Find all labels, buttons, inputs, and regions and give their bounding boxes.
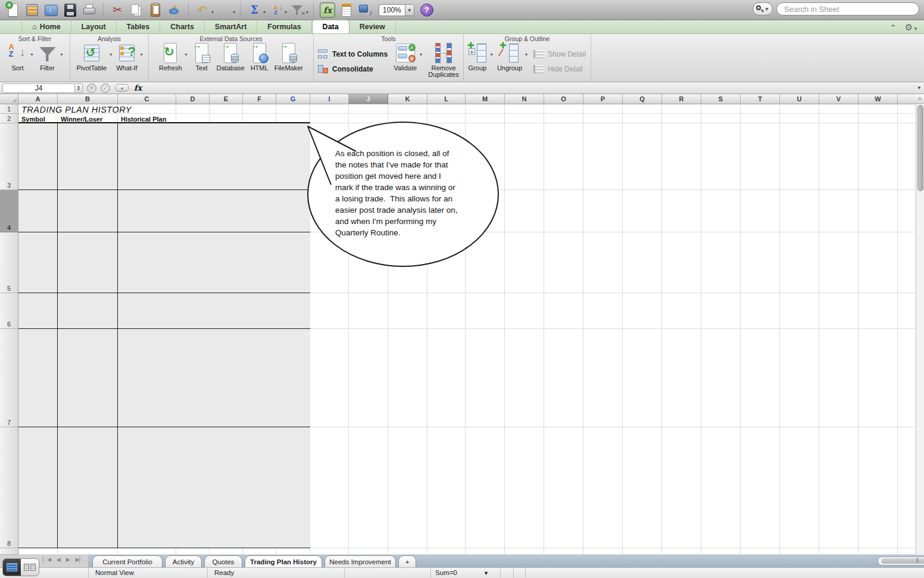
search-input[interactable]: [776, 2, 919, 15]
table-cell[interactable]: [118, 293, 310, 329]
row-header-3[interactable]: 3: [0, 123, 18, 190]
dropdown-caret-icon[interactable]: ▾: [420, 52, 422, 57]
autosum-icon[interactable]: Σ: [246, 2, 262, 18]
filter-icon[interactable]: =: [289, 2, 305, 18]
remove-duplicates-button[interactable]: →Remove Duplicates: [426, 42, 461, 78]
cut-icon[interactable]: ✂: [110, 2, 125, 18]
table-cell[interactable]: [18, 190, 58, 232]
dropdown-caret-icon[interactable]: ▾: [525, 52, 527, 57]
column-header-E[interactable]: E: [210, 94, 243, 104]
sheet-tab-quotes[interactable]: Quotes: [204, 555, 242, 567]
text-to-columns-button[interactable]: Text to Columns: [317, 49, 388, 60]
dropdown-caret-icon[interactable]: ▾: [233, 10, 235, 15]
column-header-S[interactable]: S: [701, 94, 741, 104]
pivottable-button[interactable]: ↺▾PivotTable: [76, 42, 107, 72]
column-header-I[interactable]: I: [310, 94, 349, 104]
table-cell[interactable]: [58, 293, 118, 329]
column-header-J[interactable]: J: [349, 94, 388, 104]
last-sheet-icon[interactable]: ▶▏: [76, 557, 84, 563]
column-header-L[interactable]: L: [427, 94, 466, 104]
column-header-partial[interactable]: [898, 94, 916, 104]
sum-indicator[interactable]: Sum=0: [435, 569, 457, 576]
gear-icon[interactable]: ⚙▼: [905, 22, 918, 33]
row-header-partial[interactable]: [0, 548, 18, 555]
table-cell[interactable]: [58, 427, 118, 548]
tab-review[interactable]: Review: [349, 20, 396, 33]
tab-layout[interactable]: Layout: [71, 20, 117, 33]
sum-menu-caret-icon[interactable]: ▼: [483, 570, 489, 576]
open-gallery-icon[interactable]: [24, 2, 40, 18]
search-menu-button[interactable]: ▼: [753, 2, 773, 15]
database-button[interactable]: →Database: [217, 42, 245, 72]
column-header-U[interactable]: U: [780, 94, 819, 104]
formula-bar-toggle-icon[interactable]: [339, 2, 354, 18]
name-box-stepper[interactable]: ▲▼: [75, 83, 83, 93]
dropdown-caret-icon[interactable]: ▾: [491, 52, 493, 57]
first-sheet-icon[interactable]: ▏◀: [43, 557, 51, 563]
column-header-B[interactable]: B: [58, 94, 118, 104]
row-header-1[interactable]: 1: [0, 104, 18, 114]
dropdown-caret-icon[interactable]: ▾: [211, 10, 214, 15]
row-header-2[interactable]: 2: [0, 114, 18, 123]
page-layout-view-button[interactable]: [21, 559, 39, 576]
paste-icon[interactable]: [148, 2, 163, 18]
accept-entry-icon[interactable]: ✓: [101, 83, 110, 93]
table-cell[interactable]: [118, 123, 310, 190]
insert-function-icon[interactable]: fx: [134, 83, 142, 92]
format-painter-icon[interactable]: [167, 2, 182, 18]
row-header-8[interactable]: 8: [0, 427, 18, 548]
row-header-7[interactable]: 7: [0, 329, 18, 427]
table-cell[interactable]: [18, 123, 58, 190]
formula-options-pill[interactable]: ▲: [115, 84, 129, 92]
dropdown-caret-icon[interactable]: ▾: [30, 52, 33, 57]
table-cell[interactable]: [58, 190, 118, 232]
column-header-A[interactable]: A: [18, 94, 58, 104]
formula-input[interactable]: [146, 83, 914, 93]
column-header-N[interactable]: N: [505, 94, 544, 104]
column-header-D[interactable]: D: [176, 94, 210, 104]
prev-sheet-icon[interactable]: ◀: [57, 557, 61, 563]
new-document-icon[interactable]: +: [5, 2, 21, 18]
zoom-control[interactable]: 100% ▼: [379, 4, 414, 16]
split-handle-icon[interactable]: ☰: [916, 94, 924, 104]
column-header-C[interactable]: C: [118, 94, 176, 104]
vertical-scrollbar-thumb[interactable]: [917, 105, 923, 191]
dropdown-caret-icon[interactable]: ▾: [141, 52, 143, 57]
html-button[interactable]: →HTML: [249, 42, 270, 72]
filemaker-button[interactable]: →FileMaker: [274, 42, 303, 72]
dropdown-caret-icon[interactable]: ▾: [110, 52, 112, 57]
resize-grip-icon[interactable]: ‖: [916, 557, 919, 564]
save-icon[interactable]: [63, 2, 78, 18]
print-icon[interactable]: [82, 2, 97, 18]
column-header-Q[interactable]: Q: [623, 94, 662, 104]
row-header-4[interactable]: 4: [0, 190, 18, 232]
column-header-T[interactable]: T: [741, 94, 780, 104]
column-header-P[interactable]: P: [583, 94, 623, 104]
column-header-O[interactable]: O: [544, 94, 583, 104]
name-box[interactable]: J4: [2, 83, 75, 93]
zoom-caret-icon[interactable]: ▼: [405, 4, 414, 16]
sheet-title-cell[interactable]: TRADING PLAN HISTORY: [21, 105, 132, 114]
formula-builder-icon[interactable]: fx: [320, 2, 335, 18]
copy-icon[interactable]: [129, 2, 144, 18]
table-cell[interactable]: [58, 232, 118, 293]
dropdown-caret-icon[interactable]: ▾: [263, 10, 266, 15]
dropdown-caret-icon[interactable]: ▾: [306, 10, 308, 15]
column-header-M[interactable]: M: [466, 94, 505, 104]
row-header-6[interactable]: 6: [0, 293, 18, 329]
refresh-button[interactable]: ↻▾Refresh: [159, 42, 182, 72]
zoom-value[interactable]: 100%: [379, 4, 405, 16]
dropdown-caret-icon[interactable]: ▾: [285, 10, 287, 15]
sheet-tab-trading-plan-history[interactable]: Trading Plan History: [245, 555, 322, 567]
tab-data[interactable]: Data: [312, 20, 349, 33]
add-sheet-tab[interactable]: +: [398, 555, 416, 567]
column-header-V[interactable]: V: [819, 94, 859, 104]
column-header-W[interactable]: W: [859, 94, 898, 104]
help-button[interactable]: ?: [420, 4, 433, 17]
group-button[interactable]: ✚+▾Group: [467, 42, 488, 72]
redo-icon[interactable]: ↷: [216, 2, 232, 18]
table-cell[interactable]: [18, 293, 58, 329]
table-cell[interactable]: [58, 329, 118, 427]
table-cell[interactable]: [18, 232, 58, 293]
filter-button[interactable]: ▾Filter: [38, 42, 58, 72]
